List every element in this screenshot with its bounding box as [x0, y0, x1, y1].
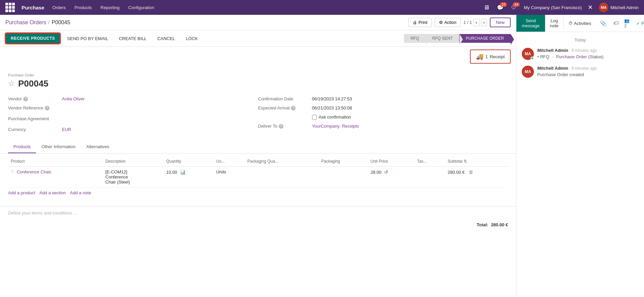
- tab-alternatives[interactable]: Alternatives: [81, 141, 114, 153]
- terms-placeholder[interactable]: Define your terms and conditions ...: [8, 210, 77, 216]
- col-packaging-qty: Packaging Qua...: [245, 156, 318, 167]
- drag-handle-icon[interactable]: ⠿: [11, 169, 14, 174]
- expected-arrival-value[interactable]: 06/21/2023 13:50:08: [312, 105, 508, 110]
- table-section: Product Description Quantity Uo... Packa…: [0, 156, 516, 203]
- forecast-icon[interactable]: 📊: [180, 169, 185, 175]
- support-icon-btn[interactable]: 🖥: [481, 3, 492, 12]
- print-button[interactable]: 🖨 Print: [408, 18, 432, 27]
- products-table: Product Description Quantity Uo... Packa…: [8, 156, 508, 188]
- tab-other-information[interactable]: Other Information: [36, 141, 81, 153]
- breadcrumb-parent[interactable]: Purchase Orders: [5, 20, 46, 26]
- favorite-star-icon[interactable]: ☆: [8, 79, 15, 88]
- clock-activities-icon: ⏱: [568, 21, 573, 26]
- expected-arrival-field-row: Expected Arrival ? 06/21/2023 13:50:08: [258, 103, 508, 112]
- menu-orders[interactable]: Orders: [48, 3, 70, 12]
- confirmation-date-label: Confirmation Date: [258, 96, 312, 101]
- next-button[interactable]: ›: [481, 19, 487, 26]
- step-rfq[interactable]: RFQ: [404, 34, 426, 43]
- app-logo[interactable]: [3, 3, 18, 12]
- purchase-agreement-value[interactable]: [62, 116, 258, 123]
- menu-reporting[interactable]: Reporting: [97, 3, 124, 12]
- desc-line2: Conference: [105, 174, 161, 179]
- tabs-section: Products Other Information Alternatives: [0, 141, 516, 154]
- clock-badge: 44: [513, 2, 520, 7]
- col-subtotal: Subtotal ⇅: [445, 156, 508, 167]
- status-steps: RFQ RFQ SENT PURCHASE ORDER: [404, 34, 511, 43]
- chat-time-1: 9 minutes ago: [572, 48, 597, 53]
- product-uom-cell[interactable]: Units: [213, 167, 245, 188]
- step-purchase-order[interactable]: PURCHASE ORDER: [459, 34, 511, 43]
- chat-author-2: Mitchell Admin: [537, 66, 568, 71]
- chat-author-1: Mitchell Admin: [537, 48, 568, 53]
- new-button[interactable]: New: [490, 18, 511, 27]
- topbar-right: 🖥 💬 15 ⏱ 44 My Company (San Francisco) ✕…: [481, 3, 641, 12]
- settings-icon[interactable]: ✕: [586, 4, 594, 11]
- action-button[interactable]: ⚙ Action: [435, 18, 461, 27]
- activities-button[interactable]: ⏱ Activities: [563, 18, 596, 29]
- expected-arrival-help-icon[interactable]: ?: [291, 106, 296, 110]
- currency-value[interactable]: EUR: [62, 127, 71, 132]
- step-rfq-sent[interactable]: RFQ SENT: [426, 34, 460, 43]
- lock-button[interactable]: LOCK: [182, 34, 202, 43]
- desc-line3: Chair (Steel): [105, 179, 161, 185]
- chat-link-1[interactable]: Purchase Order: [556, 54, 587, 59]
- content-area: Purchase Orders / P00045 🖨 Print ⚙ Actio…: [0, 15, 516, 297]
- menu-products[interactable]: Products: [70, 3, 96, 12]
- product-quantity-cell: 10.00 📊: [164, 167, 214, 188]
- add-product-button[interactable]: Add a product: [8, 190, 35, 195]
- chat-message-1: MA Mitchell Admin 9 minutes ago • RFQ → …: [522, 48, 639, 60]
- ask-confirmation-checkbox[interactable]: [312, 115, 317, 120]
- app-name[interactable]: Purchase: [19, 5, 47, 10]
- cancel-button[interactable]: CANCEL: [153, 34, 179, 43]
- chat-message-2: MA Mitchell Admin 9 minutes ago Purchase…: [522, 66, 639, 78]
- order-id: P00045: [18, 78, 48, 89]
- main-layout: Purchase Orders / P00045 🖨 Print ⚙ Actio…: [0, 15, 644, 297]
- create-bill-button[interactable]: CREATE BILL: [115, 34, 150, 43]
- col-packaging: Packaging: [318, 156, 368, 167]
- chat-icon-btn[interactable]: 💬 15: [494, 3, 506, 12]
- product-subtotal-cell: 280.00 € 🗑: [445, 167, 508, 188]
- deliver-to-help-icon[interactable]: ?: [279, 124, 283, 129]
- chat-date-header: Today: [522, 37, 639, 42]
- user-menu[interactable]: MA Mitchell Admin: [596, 3, 641, 12]
- unit-price-value[interactable]: 28.00: [371, 170, 382, 175]
- company-name[interactable]: My Company (San Francisco): [521, 5, 584, 10]
- delete-row-icon[interactable]: 🗑: [469, 169, 473, 175]
- tag-icon[interactable]: 🏷: [612, 19, 620, 28]
- vendor-ref-help-icon[interactable]: ?: [45, 106, 49, 110]
- receipt-button[interactable]: 🚚 1 Receipt: [470, 50, 511, 64]
- vendor-ref-value[interactable]: [62, 105, 258, 112]
- vendor-help-icon[interactable]: ?: [23, 97, 28, 101]
- quantity-value[interactable]: 10.00: [166, 170, 177, 175]
- form-fields: Vendor ? Anita Oliver Vendor Reference ?: [8, 94, 508, 134]
- col-product: Product: [8, 156, 103, 167]
- product-name-link[interactable]: Conference Chair.: [17, 169, 52, 174]
- paperclip-icon[interactable]: 📎: [599, 19, 608, 28]
- product-tax-cell[interactable]: [414, 167, 445, 188]
- col-quantity: Quantity: [164, 156, 214, 167]
- followers-count[interactable]: 👥 2: [624, 18, 630, 28]
- add-section-button[interactable]: Add a section: [39, 190, 66, 195]
- subtotal-settings-icon[interactable]: ⇅: [464, 159, 467, 164]
- prev-button[interactable]: ‹: [473, 19, 479, 26]
- send-message-button[interactable]: Send message: [516, 15, 545, 32]
- vendor-value[interactable]: Anita Oliver: [62, 96, 84, 101]
- col-unit-price: Unit Price: [368, 156, 414, 167]
- clock-icon-btn[interactable]: ⏱ 44: [508, 3, 519, 12]
- product-name-cell: ⠿ Conference Chair.: [8, 167, 103, 188]
- toolbar: RECEIVE PRODUCTS SEND PO BY EMAIL CREATE…: [0, 30, 516, 47]
- vendor-ref-field-row: Vendor Reference ?: [8, 103, 258, 114]
- receive-products-button[interactable]: RECEIVE PRODUCTS: [5, 33, 60, 44]
- reset-price-icon[interactable]: ↺: [384, 169, 388, 175]
- log-note-button[interactable]: Log note: [545, 15, 563, 32]
- chat-header-1: Mitchell Admin 9 minutes ago: [537, 48, 639, 53]
- send-po-email-button[interactable]: SEND PO BY EMAIL: [63, 34, 112, 43]
- deliver-to-value[interactable]: YourCompany: Receipts: [312, 124, 359, 129]
- menu-configuration[interactable]: Configuration: [124, 3, 158, 12]
- gear-icon: ⚙: [439, 20, 443, 25]
- tab-products[interactable]: Products: [8, 141, 36, 153]
- add-note-button[interactable]: Add a note: [70, 190, 91, 195]
- currency-label: Currency: [8, 127, 62, 132]
- desc-line1: [E-COM12]: [105, 169, 161, 174]
- following-button[interactable]: ✓ Following: [634, 21, 644, 26]
